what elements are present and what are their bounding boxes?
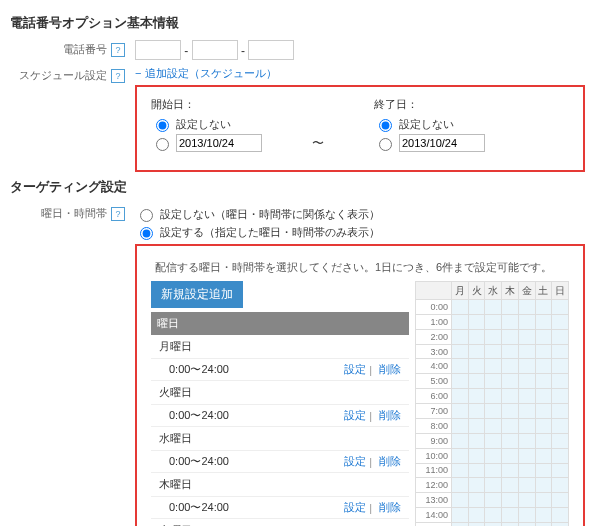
set-link[interactable]: 設定 <box>344 454 366 469</box>
cal-cell[interactable] <box>518 418 535 433</box>
cal-cell[interactable] <box>468 478 485 493</box>
cal-cell[interactable] <box>535 374 552 389</box>
cal-cell[interactable] <box>518 389 535 404</box>
cal-cell[interactable] <box>535 418 552 433</box>
cal-cell[interactable] <box>468 463 485 478</box>
cal-cell[interactable] <box>552 463 569 478</box>
cal-cell[interactable] <box>468 508 485 523</box>
cal-cell[interactable] <box>502 463 519 478</box>
cal-cell[interactable] <box>452 344 469 359</box>
cal-cell[interactable] <box>485 493 502 508</box>
cal-cell[interactable] <box>552 433 569 448</box>
cal-cell[interactable] <box>552 522 569 526</box>
cal-cell[interactable] <box>452 329 469 344</box>
cal-cell[interactable] <box>518 300 535 315</box>
additional-settings-link[interactable]: − 追加設定（スケジュール） <box>135 67 277 79</box>
delete-link[interactable]: 削除 <box>379 454 401 469</box>
cal-cell[interactable] <box>468 314 485 329</box>
cal-cell[interactable] <box>485 344 502 359</box>
cal-cell[interactable] <box>485 522 502 526</box>
cal-cell[interactable] <box>552 389 569 404</box>
cal-cell[interactable] <box>502 359 519 374</box>
cal-cell[interactable] <box>452 418 469 433</box>
start-none-radio[interactable] <box>156 119 169 132</box>
cal-cell[interactable] <box>502 389 519 404</box>
add-schedule-button[interactable]: 新規設定追加 <box>151 281 243 308</box>
cal-cell[interactable] <box>552 448 569 463</box>
cal-cell[interactable] <box>535 404 552 419</box>
cal-cell[interactable] <box>468 448 485 463</box>
help-icon[interactable]: ? <box>111 207 125 221</box>
cal-cell[interactable] <box>552 344 569 359</box>
cal-cell[interactable] <box>468 493 485 508</box>
cal-cell[interactable] <box>502 314 519 329</box>
cal-cell[interactable] <box>518 522 535 526</box>
cal-cell[interactable] <box>502 344 519 359</box>
cal-cell[interactable] <box>485 314 502 329</box>
cal-cell[interactable] <box>518 404 535 419</box>
cal-cell[interactable] <box>552 418 569 433</box>
cal-cell[interactable] <box>518 359 535 374</box>
cal-cell[interactable] <box>452 300 469 315</box>
cal-cell[interactable] <box>502 329 519 344</box>
help-icon[interactable]: ? <box>111 69 125 83</box>
cal-cell[interactable] <box>485 404 502 419</box>
set-link[interactable]: 設定 <box>344 500 366 515</box>
cal-cell[interactable] <box>502 300 519 315</box>
cal-cell[interactable] <box>552 359 569 374</box>
cal-cell[interactable] <box>535 493 552 508</box>
cal-cell[interactable] <box>452 359 469 374</box>
cal-cell[interactable] <box>468 359 485 374</box>
cal-cell[interactable] <box>485 329 502 344</box>
cal-cell[interactable] <box>485 508 502 523</box>
cal-cell[interactable] <box>485 448 502 463</box>
cal-cell[interactable] <box>535 314 552 329</box>
cal-cell[interactable] <box>485 418 502 433</box>
cal-cell[interactable] <box>502 433 519 448</box>
cal-cell[interactable] <box>452 493 469 508</box>
cal-cell[interactable] <box>468 433 485 448</box>
cal-cell[interactable] <box>518 463 535 478</box>
cal-cell[interactable] <box>535 463 552 478</box>
cal-cell[interactable] <box>468 344 485 359</box>
cal-cell[interactable] <box>552 329 569 344</box>
cal-cell[interactable] <box>535 344 552 359</box>
cal-cell[interactable] <box>452 478 469 493</box>
cal-cell[interactable] <box>485 433 502 448</box>
targeting-set-radio[interactable] <box>140 227 153 240</box>
cal-cell[interactable] <box>518 493 535 508</box>
cal-cell[interactable] <box>485 463 502 478</box>
cal-cell[interactable] <box>468 389 485 404</box>
cal-cell[interactable] <box>452 522 469 526</box>
phone-part3[interactable] <box>248 40 294 60</box>
cal-cell[interactable] <box>452 433 469 448</box>
cal-cell[interactable] <box>535 433 552 448</box>
cal-cell[interactable] <box>502 493 519 508</box>
cal-cell[interactable] <box>518 448 535 463</box>
delete-link[interactable]: 削除 <box>379 408 401 423</box>
cal-cell[interactable] <box>552 478 569 493</box>
cal-cell[interactable] <box>452 508 469 523</box>
set-link[interactable]: 設定 <box>344 362 366 377</box>
cal-cell[interactable] <box>452 389 469 404</box>
cal-cell[interactable] <box>518 433 535 448</box>
set-link[interactable]: 設定 <box>344 408 366 423</box>
phone-part2[interactable] <box>192 40 238 60</box>
cal-cell[interactable] <box>468 404 485 419</box>
cal-cell[interactable] <box>535 389 552 404</box>
start-date-input[interactable] <box>176 134 262 152</box>
cal-cell[interactable] <box>485 478 502 493</box>
cal-cell[interactable] <box>452 463 469 478</box>
targeting-none-radio[interactable] <box>140 209 153 222</box>
cal-cell[interactable] <box>452 374 469 389</box>
cal-cell[interactable] <box>552 493 569 508</box>
cal-cell[interactable] <box>468 329 485 344</box>
cal-cell[interactable] <box>502 374 519 389</box>
cal-cell[interactable] <box>535 508 552 523</box>
cal-cell[interactable] <box>518 314 535 329</box>
end-date-input[interactable] <box>399 134 485 152</box>
cal-cell[interactable] <box>502 404 519 419</box>
cal-cell[interactable] <box>452 448 469 463</box>
start-date-radio[interactable] <box>156 138 169 151</box>
cal-cell[interactable] <box>552 300 569 315</box>
